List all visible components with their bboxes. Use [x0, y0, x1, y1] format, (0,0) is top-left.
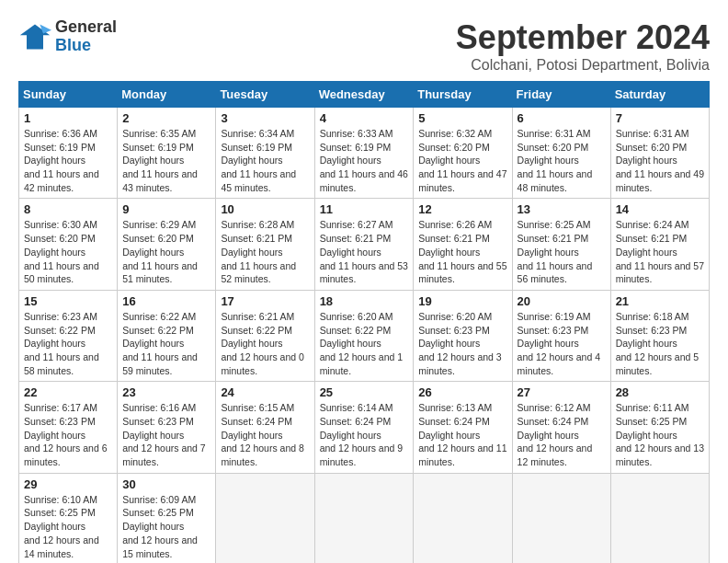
day-info: Sunrise: 6:32 AMSunset: 6:20 PMDaylight …: [418, 127, 506, 194]
day-info: Sunrise: 6:31 AMSunset: 6:20 PMDaylight …: [616, 127, 704, 194]
day-info: Sunrise: 6:36 AMSunset: 6:19 PMDaylight …: [24, 127, 112, 194]
day-number: 21: [616, 294, 704, 308]
calendar-cell: 21Sunrise: 6:18 AMSunset: 6:23 PMDayligh…: [610, 290, 709, 381]
calendar-cell: 15Sunrise: 6:23 AMSunset: 6:22 PMDayligh…: [19, 290, 118, 381]
calendar-cell: [314, 473, 414, 563]
day-number: 2: [122, 111, 210, 125]
day-number: 7: [616, 111, 704, 125]
calendar-cell: [414, 473, 512, 563]
day-number: 12: [418, 202, 506, 216]
day-number: 19: [418, 294, 506, 308]
day-number: 16: [122, 294, 210, 308]
title-block: September 2024 Colchani, Potosi Departme…: [456, 18, 710, 74]
calendar-cell: 27Sunrise: 6:12 AMSunset: 6:24 PMDayligh…: [512, 382, 610, 473]
calendar-cell: 30Sunrise: 6:09 AMSunset: 6:25 PMDayligh…: [118, 473, 216, 563]
day-number: 24: [221, 385, 309, 399]
calendar-cell: 10Sunrise: 6:28 AMSunset: 6:21 PMDayligh…: [216, 199, 314, 290]
day-number: 5: [418, 111, 506, 125]
calendar-cell: 1Sunrise: 6:36 AMSunset: 6:19 PMDaylight…: [19, 108, 118, 199]
logo: General Blue: [18, 18, 117, 55]
calendar-cell: [610, 473, 709, 563]
calendar-week-row: 22Sunrise: 6:17 AMSunset: 6:23 PMDayligh…: [19, 382, 710, 473]
calendar-cell: 8Sunrise: 6:30 AMSunset: 6:20 PMDaylight…: [19, 199, 118, 290]
day-number: 28: [616, 385, 704, 399]
day-number: 23: [122, 385, 210, 399]
day-number: 29: [24, 477, 112, 491]
month-title: September 2024: [456, 18, 710, 57]
logo-icon: [18, 20, 51, 53]
calendar-week-row: 15Sunrise: 6:23 AMSunset: 6:22 PMDayligh…: [19, 290, 710, 381]
logo-line1: General: [55, 18, 117, 37]
location-subtitle: Colchani, Potosi Department, Bolivia: [456, 57, 710, 74]
day-info: Sunrise: 6:22 AMSunset: 6:22 PMDaylight …: [122, 310, 210, 377]
day-info: Sunrise: 6:30 AMSunset: 6:20 PMDaylight …: [24, 218, 112, 285]
day-info: Sunrise: 6:24 AMSunset: 6:21 PMDaylight …: [616, 218, 704, 285]
day-info: Sunrise: 6:14 AMSunset: 6:24 PMDaylight …: [320, 401, 409, 468]
day-info: Sunrise: 6:19 AMSunset: 6:23 PMDaylight …: [518, 310, 606, 377]
calendar-cell: 4Sunrise: 6:33 AMSunset: 6:19 PMDaylight…: [314, 108, 414, 199]
day-info: Sunrise: 6:26 AMSunset: 6:21 PMDaylight …: [418, 218, 506, 285]
day-number: 15: [24, 294, 112, 308]
day-info: Sunrise: 6:33 AMSunset: 6:19 PMDaylight …: [320, 127, 409, 194]
calendar-cell: 3Sunrise: 6:34 AMSunset: 6:19 PMDaylight…: [216, 108, 314, 199]
col-saturday: Saturday: [610, 82, 709, 108]
day-info: Sunrise: 6:11 AMSunset: 6:25 PMDaylight …: [616, 401, 704, 468]
day-info: Sunrise: 6:15 AMSunset: 6:24 PMDaylight …: [221, 401, 309, 468]
col-thursday: Thursday: [414, 82, 512, 108]
day-info: Sunrise: 6:16 AMSunset: 6:23 PMDaylight …: [122, 401, 210, 468]
day-info: Sunrise: 6:20 AMSunset: 6:23 PMDaylight …: [418, 310, 506, 377]
calendar-cell: 13Sunrise: 6:25 AMSunset: 6:21 PMDayligh…: [512, 199, 610, 290]
day-info: Sunrise: 6:23 AMSunset: 6:22 PMDaylight …: [24, 310, 112, 377]
day-number: 10: [221, 202, 309, 216]
day-info: Sunrise: 6:12 AMSunset: 6:24 PMDaylight …: [518, 401, 606, 468]
day-number: 3: [221, 111, 309, 125]
calendar-cell: 22Sunrise: 6:17 AMSunset: 6:23 PMDayligh…: [19, 382, 118, 473]
calendar-cell: 28Sunrise: 6:11 AMSunset: 6:25 PMDayligh…: [610, 382, 709, 473]
calendar-week-row: 29Sunrise: 6:10 AMSunset: 6:25 PMDayligh…: [19, 473, 710, 563]
logo-line2: Blue: [55, 37, 117, 55]
calendar-cell: 24Sunrise: 6:15 AMSunset: 6:24 PMDayligh…: [216, 382, 314, 473]
day-number: 6: [518, 111, 606, 125]
day-info: Sunrise: 6:31 AMSunset: 6:20 PMDaylight …: [518, 127, 606, 194]
day-info: Sunrise: 6:27 AMSunset: 6:21 PMDaylight …: [320, 218, 409, 285]
day-number: 22: [24, 385, 112, 399]
day-number: 4: [320, 111, 409, 125]
calendar-cell: 2Sunrise: 6:35 AMSunset: 6:19 PMDaylight…: [118, 108, 216, 199]
day-info: Sunrise: 6:17 AMSunset: 6:23 PMDaylight …: [24, 401, 112, 468]
day-info: Sunrise: 6:35 AMSunset: 6:19 PMDaylight …: [122, 127, 210, 194]
calendar-cell: 6Sunrise: 6:31 AMSunset: 6:20 PMDaylight…: [512, 108, 610, 199]
calendar-cell: [512, 473, 610, 563]
day-number: 26: [418, 385, 506, 399]
calendar-cell: 11Sunrise: 6:27 AMSunset: 6:21 PMDayligh…: [314, 199, 414, 290]
day-number: 11: [320, 202, 409, 216]
calendar-cell: 12Sunrise: 6:26 AMSunset: 6:21 PMDayligh…: [414, 199, 512, 290]
calendar-cell: 9Sunrise: 6:29 AMSunset: 6:20 PMDaylight…: [118, 199, 216, 290]
day-number: 9: [122, 202, 210, 216]
col-wednesday: Wednesday: [314, 82, 414, 108]
day-info: Sunrise: 6:10 AMSunset: 6:25 PMDaylight …: [24, 493, 112, 560]
calendar-week-row: 8Sunrise: 6:30 AMSunset: 6:20 PMDaylight…: [19, 199, 710, 290]
calendar-week-row: 1Sunrise: 6:36 AMSunset: 6:19 PMDaylight…: [19, 108, 710, 199]
page-header: General Blue September 2024 Colchani, Po…: [18, 18, 710, 74]
calendar-cell: 7Sunrise: 6:31 AMSunset: 6:20 PMDaylight…: [610, 108, 709, 199]
day-info: Sunrise: 6:25 AMSunset: 6:21 PMDaylight …: [518, 218, 606, 285]
day-number: 13: [518, 202, 606, 216]
day-number: 8: [24, 202, 112, 216]
calendar-cell: 16Sunrise: 6:22 AMSunset: 6:22 PMDayligh…: [118, 290, 216, 381]
col-tuesday: Tuesday: [216, 82, 314, 108]
calendar-cell: 5Sunrise: 6:32 AMSunset: 6:20 PMDaylight…: [414, 108, 512, 199]
day-number: 27: [518, 385, 606, 399]
day-number: 30: [122, 477, 210, 491]
day-info: Sunrise: 6:29 AMSunset: 6:20 PMDaylight …: [122, 218, 210, 285]
day-info: Sunrise: 6:21 AMSunset: 6:22 PMDaylight …: [221, 310, 309, 377]
calendar-cell: 29Sunrise: 6:10 AMSunset: 6:25 PMDayligh…: [19, 473, 118, 563]
day-info: Sunrise: 6:20 AMSunset: 6:22 PMDaylight …: [320, 310, 409, 377]
day-info: Sunrise: 6:18 AMSunset: 6:23 PMDaylight …: [616, 310, 704, 377]
calendar-header-row: Sunday Monday Tuesday Wednesday Thursday…: [19, 82, 710, 108]
day-number: 20: [518, 294, 606, 308]
calendar-cell: 23Sunrise: 6:16 AMSunset: 6:23 PMDayligh…: [118, 382, 216, 473]
day-info: Sunrise: 6:09 AMSunset: 6:25 PMDaylight …: [122, 493, 210, 560]
calendar-table: Sunday Monday Tuesday Wednesday Thursday…: [18, 81, 710, 563]
col-monday: Monday: [118, 82, 216, 108]
calendar-cell: 17Sunrise: 6:21 AMSunset: 6:22 PMDayligh…: [216, 290, 314, 381]
